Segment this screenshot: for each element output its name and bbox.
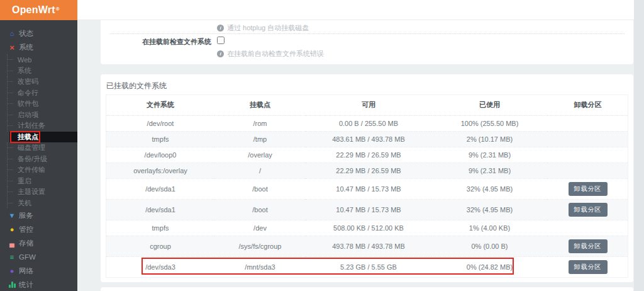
cell-available: 22.29 MB / 26.59 MB xyxy=(306,163,431,178)
cell-action xyxy=(548,147,628,163)
sidebar-item-status[interactable]: ⌂状态 xyxy=(0,26,77,40)
gfw-icon: ≡ xyxy=(8,254,16,261)
cell-mount: /sys/fs/cgroup xyxy=(214,236,306,256)
sidebar-item-scheduled-tasks[interactable]: 计划任务 xyxy=(0,120,77,132)
tree-dash xyxy=(8,93,13,93)
cell-available: 0.00 B / 255.50 MB xyxy=(306,115,431,131)
sidebar-item-gfw[interactable]: ≡GFW xyxy=(0,250,77,264)
page-scrollbar[interactable] xyxy=(634,0,644,291)
sidebar-item-mount-points[interactable]: 挂载点 xyxy=(9,132,77,143)
sidebar-item-startup[interactable]: 启动项 xyxy=(0,110,77,121)
cell-action: 卸载分区 xyxy=(548,256,628,277)
sidebar-item-label: 重启 xyxy=(18,176,31,186)
mount-options-card: 通过 hotplug 自动挂载磁盘 在挂载前检查文件系统 在挂载前自动检查文件系… xyxy=(101,20,633,64)
top-bar xyxy=(77,0,634,20)
sidebar-item-shutdown[interactable]: 关机 xyxy=(0,198,77,209)
tools-icon: × xyxy=(8,44,16,51)
cell-fs: overlayfs:/overlay xyxy=(106,163,214,178)
tree-dash xyxy=(8,203,13,203)
cell-mount: /tmp xyxy=(214,131,306,147)
sidebar-item-storage[interactable]: ▄存储 xyxy=(0,236,77,250)
sidebar-item-statistics[interactable]: 统计 xyxy=(0,278,77,291)
info-icon xyxy=(217,25,224,31)
cell-available: 5.23 GB / 5.55 GB xyxy=(306,256,431,277)
cell-mount: /overlay xyxy=(214,147,306,163)
next-card-edge xyxy=(101,287,633,291)
sidebar-item-label: 服务 xyxy=(19,211,33,220)
sidebar-item-label: 关机 xyxy=(18,198,31,208)
cell-mount: /boot xyxy=(214,178,306,199)
openwrt-logo[interactable]: OpenWrt® xyxy=(0,0,77,20)
cell-fs: cgroup xyxy=(106,236,214,256)
col-filesystem: 文件系统 xyxy=(106,95,214,115)
fsck-hint-text: 在挂载前自动检查文件系统错误 xyxy=(227,49,324,59)
table-header-row: 文件系统 挂载点 可用 已使用 卸载分区 xyxy=(106,95,628,115)
sidebar-item-services[interactable]: ▼服务 xyxy=(0,208,77,222)
sidebar-item-reboot[interactable]: 重启 xyxy=(0,176,77,187)
cell-action xyxy=(548,131,628,147)
cell-action: 卸载分区 xyxy=(548,178,628,199)
tree-dash xyxy=(8,59,13,60)
cell-used: 0% (24.82 MB) xyxy=(431,256,548,277)
sidebar-item-file-transfer[interactable]: 文件传输 xyxy=(0,164,77,176)
services-icon: ▼ xyxy=(8,212,16,219)
mounted-fs-tbody: /dev/root/rom0.00 B / 255.50 MB100% (255… xyxy=(106,115,628,277)
col-used: 已使用 xyxy=(431,95,548,115)
sidebar-item-disk-management[interactable]: 磁盘管理 xyxy=(0,142,77,154)
unmount-button[interactable]: 卸载分区 xyxy=(569,260,608,274)
sidebar-item-control[interactable]: ●管控 xyxy=(0,222,77,236)
fsck-checkbox[interactable] xyxy=(217,37,225,44)
table-row: /dev/sda1/boot10.47 MB / 15.73 MB32% (4.… xyxy=(106,178,628,199)
sidebar-item-label: Web xyxy=(18,56,31,64)
storage-icon: ▄ xyxy=(8,240,16,247)
cell-fs: /dev/sda1 xyxy=(106,178,214,199)
unmount-button[interactable]: 卸载分区 xyxy=(569,239,608,253)
cell-fs: /dev/root xyxy=(106,115,214,131)
cell-used: 100% (255.50 MB) xyxy=(431,115,548,131)
cell-used: 9% (2.31 MB) xyxy=(431,163,548,178)
sidebar-item-change-password[interactable]: 改密码 xyxy=(0,76,77,88)
form-divider xyxy=(109,33,625,34)
unmount-button[interactable]: 卸载分区 xyxy=(569,203,608,217)
section-title: 已挂载的文件系统 xyxy=(106,81,167,91)
cell-available: 10.47 MB / 15.73 MB xyxy=(306,178,431,199)
sidebar-item-system[interactable]: ×系统 xyxy=(0,40,77,54)
cell-used: 0% (0.00 B) xyxy=(431,236,548,256)
sidebar-item-backup-upgrade[interactable]: 备份/升级 xyxy=(0,154,77,165)
tree-dash xyxy=(8,169,13,170)
tree-dash xyxy=(8,71,13,71)
sidebar-item-network[interactable]: ●网络 xyxy=(0,264,77,278)
sidebar-item-label: GFW xyxy=(19,253,36,261)
cell-available: 22.29 MB / 26.59 MB xyxy=(306,147,431,163)
cell-fs: /dev/loop0 xyxy=(106,147,214,163)
cell-mount: /mnt/sda3 xyxy=(214,256,306,277)
unmount-button[interactable]: 卸载分区 xyxy=(569,182,608,196)
sidebar-item-software[interactable]: 软件包 xyxy=(0,98,77,110)
sidebar-item-label: 文件传输 xyxy=(18,165,45,174)
tree-dash xyxy=(8,125,13,126)
sidebar-item-web[interactable]: Web xyxy=(0,54,77,66)
cell-used: 9% (2.31 MB) xyxy=(431,147,548,163)
cell-mount: /boot xyxy=(214,199,306,220)
cell-used: 1% (4.00 KB) xyxy=(431,220,548,236)
col-unmount: 卸载分区 xyxy=(548,95,628,115)
col-available: 可用 xyxy=(306,95,431,115)
table-row: tmpfs/dev508.00 KB / 512.00 KB1% (4.00 K… xyxy=(106,220,628,236)
cell-action xyxy=(548,115,628,131)
sidebar-item-system-settings[interactable]: 系统 xyxy=(0,66,77,77)
hotplug-hint-text: 通过 hotplug 自动挂载磁盘 xyxy=(227,23,309,33)
cell-used: 32% (4.95 MB) xyxy=(431,178,548,199)
tree-dash xyxy=(8,147,13,148)
table-row: overlayfs:/overlay/22.29 MB / 26.59 MB9%… xyxy=(106,163,628,178)
cell-available: 10.47 MB / 15.73 MB xyxy=(306,199,431,220)
sidebar-item-theme-settings[interactable]: 主题设置 xyxy=(0,186,77,198)
table-row: /dev/root/rom0.00 B / 255.50 MB100% (255… xyxy=(106,115,628,131)
sidebar-item-terminal[interactable]: 命令行 xyxy=(0,88,77,99)
cell-action xyxy=(548,220,628,236)
mounted-fs-table: 文件系统 挂载点 可用 已使用 卸载分区 /dev/root/rom0.00 B… xyxy=(106,94,628,278)
cell-fs: /dev/sda1 xyxy=(106,199,214,220)
tree-dash xyxy=(8,103,13,104)
sidebar-item-label: 状态 xyxy=(19,29,33,38)
cell-action xyxy=(548,163,628,178)
table-row: /dev/sda1/boot10.47 MB / 15.73 MB32% (4.… xyxy=(106,199,628,220)
